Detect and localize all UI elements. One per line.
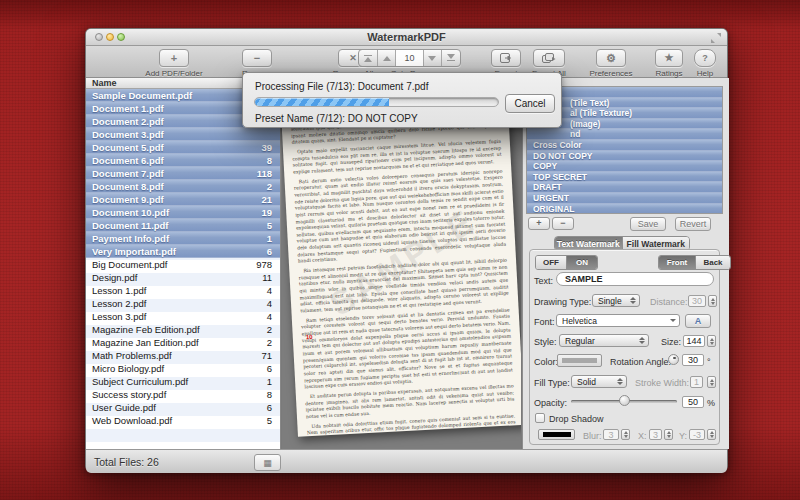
- shadow-color-well[interactable]: [538, 429, 575, 440]
- ratings-button[interactable]: ★: [655, 49, 683, 67]
- preferences-button[interactable]: ⚙: [596, 49, 626, 67]
- size-input[interactable]: 144: [683, 335, 705, 347]
- add-preset-button[interactable]: +: [528, 217, 550, 230]
- add-pdf-button[interactable]: +: [159, 49, 189, 67]
- file-row[interactable]: Payment Info.pdf1: [86, 232, 280, 245]
- fill-type-popup[interactable]: Solid: [571, 375, 627, 388]
- file-name: Math Problems.pdf: [92, 349, 172, 362]
- next-page-button[interactable]: [424, 50, 443, 66]
- file-row[interactable]: Magazine Jan Edition.pdf2: [86, 336, 280, 349]
- font-panel-button[interactable]: A: [685, 314, 711, 328]
- stroke-width-input[interactable]: 1: [690, 376, 703, 388]
- export-button[interactable]: [491, 49, 521, 67]
- status-bar: Total Files: 26 ▦: [86, 449, 727, 473]
- first-page-button[interactable]: [359, 50, 378, 66]
- file-name: Lesson 1.pdf: [92, 284, 146, 297]
- preset-row[interactable]: URGENT: [527, 193, 722, 204]
- file-row[interactable]: Very Important.pdf6: [86, 245, 280, 258]
- font-combo[interactable]: Helvetica: [556, 314, 680, 327]
- file-name: Document 10.pdf: [92, 206, 169, 219]
- revert-preset-button[interactable]: Revert: [675, 217, 711, 231]
- goto-page-input[interactable]: 10: [396, 50, 423, 66]
- progress-bar-fill: [255, 98, 389, 106]
- save-preset-button[interactable]: Save: [630, 217, 666, 231]
- opacity-slider-thumb[interactable]: [619, 395, 630, 406]
- text-label: Text:: [534, 276, 553, 286]
- shadow-y-stepper[interactable]: [707, 429, 716, 440]
- file-row[interactable]: Lesson 1.pdf4: [86, 284, 280, 297]
- file-row[interactable]: Document 3.pdf: [86, 128, 280, 141]
- window-title: WatermarkPDF: [86, 31, 727, 43]
- degree-suffix: °: [707, 357, 711, 367]
- file-row[interactable]: Success story.pdf8: [86, 388, 280, 401]
- remove-button[interactable]: −: [242, 49, 272, 67]
- distance-input[interactable]: 30: [688, 295, 706, 307]
- file-row[interactable]: Document 11.pdf5: [86, 219, 280, 232]
- file-row[interactable]: Design.pdf11: [86, 271, 280, 284]
- preset-row[interactable]: nd: [527, 129, 722, 140]
- style-label: Style:: [534, 337, 557, 347]
- file-name: Lesson 3.pdf: [92, 310, 146, 323]
- file-row[interactable]: Big Document.pdf978: [86, 258, 280, 271]
- remove-preset-button[interactable]: −: [552, 217, 574, 230]
- file-row[interactable]: Document 8.pdf2: [86, 180, 280, 193]
- star-icon: ★: [665, 53, 674, 63]
- file-row[interactable]: User Guide.pdf6: [86, 401, 280, 414]
- opacity-slider[interactable]: [571, 395, 677, 406]
- fill-type-value: Solid: [577, 377, 596, 387]
- drawing-type-popup[interactable]: Single: [592, 294, 640, 307]
- export-all-button[interactable]: [533, 49, 565, 67]
- file-name: Big Document.pdf: [92, 258, 168, 271]
- file-row[interactable]: Web Download.pdf5: [86, 414, 280, 427]
- opacity-input[interactable]: 50: [682, 396, 704, 408]
- last-page-button[interactable]: [442, 50, 460, 66]
- rotation-input[interactable]: 30: [682, 354, 704, 366]
- off-button[interactable]: OFF: [536, 256, 567, 269]
- file-row[interactable]: Subject Curriculum.pdf1: [86, 375, 280, 388]
- size-stepper[interactable]: [707, 335, 716, 347]
- cancel-button[interactable]: Cancel: [505, 94, 555, 113]
- help-button[interactable]: ?: [694, 49, 716, 67]
- fullscreen-icon[interactable]: [711, 33, 721, 43]
- preset-row[interactable]: DRAFT: [527, 182, 722, 193]
- rotation-dial[interactable]: [668, 354, 679, 365]
- file-page-count: 6: [267, 362, 272, 375]
- preset-row[interactable]: Cross Color: [527, 140, 722, 151]
- file-page-count: 19: [261, 206, 272, 219]
- file-row[interactable]: Lesson 3.pdf4: [86, 310, 280, 323]
- file-row[interactable]: Document 6.pdf8: [86, 154, 280, 167]
- file-row[interactable]: Math Problems.pdf71: [86, 349, 280, 362]
- shadow-x-stepper[interactable]: [664, 429, 673, 440]
- back-button[interactable]: Back: [696, 256, 730, 269]
- pdf-page[interactable]: Ut volenda delinimus as non int am quam …: [282, 87, 521, 436]
- stroke-width-stepper[interactable]: [707, 376, 716, 388]
- file-row[interactable]: Document 7.pdf118: [86, 167, 280, 180]
- view-mode-button[interactable]: ▦: [254, 454, 281, 471]
- file-row[interactable]: Lesson 2.pdf4: [86, 297, 280, 310]
- file-page-count: 21: [261, 193, 272, 206]
- preset-row[interactable]: COPY: [527, 161, 722, 172]
- shadow-x-input[interactable]: 3: [649, 429, 662, 440]
- file-row[interactable]: Document 9.pdf21: [86, 193, 280, 206]
- front-button[interactable]: Front: [659, 256, 696, 269]
- previous-page-button[interactable]: [378, 50, 397, 66]
- text-color-well[interactable]: [557, 354, 602, 367]
- file-name: User Guide.pdf: [92, 401, 156, 414]
- preset-row[interactable]: ORIGINAL: [527, 204, 722, 214]
- drop-shadow-checkbox[interactable]: [535, 413, 545, 423]
- preset-row[interactable]: DO NOT COPY: [527, 151, 722, 162]
- watermark-text-input[interactable]: SAMPLE: [556, 272, 714, 286]
- file-row[interactable]: Micro Biology.pdf6: [86, 362, 280, 375]
- blur-stepper[interactable]: [621, 429, 630, 440]
- preset-row[interactable]: TOP SECRET: [527, 172, 722, 183]
- distance-stepper[interactable]: [708, 295, 717, 307]
- distance-label: Distance:: [650, 297, 688, 307]
- file-row[interactable]: Document 5.pdf39: [86, 141, 280, 154]
- on-button[interactable]: ON: [567, 256, 597, 269]
- file-row[interactable]: Document 10.pdf19: [86, 206, 280, 219]
- shadow-y-input[interactable]: -3: [689, 429, 705, 440]
- blur-input[interactable]: 3: [603, 429, 619, 440]
- file-row[interactable]: Magazine Feb Edition.pdf2: [86, 323, 280, 336]
- style-popup[interactable]: Regular: [559, 334, 649, 347]
- shadow-x-label: X:: [638, 431, 647, 441]
